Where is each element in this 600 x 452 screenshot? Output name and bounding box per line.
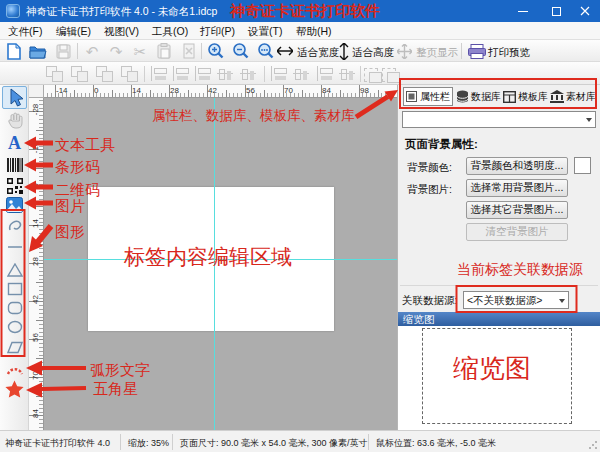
menu-help[interactable]: 帮助(H) (296, 25, 332, 39)
curve-tool[interactable] (3, 216, 26, 236)
menu-tools[interactable]: 工具(O) (152, 25, 188, 39)
zoom-in-icon (207, 42, 225, 60)
annotation-canvas-area: 标签内容编辑区域 (124, 243, 292, 271)
horizontal-ruler: -14 0 14 28 42 56 70 84 98 (44, 85, 397, 98)
status-page-size: 页面尺寸: 90.0 毫米 x 54.0 毫米, 300 像素/英寸 (180, 437, 368, 450)
fit-width-button[interactable]: 适合宽度 (297, 46, 339, 60)
vertical-ruler: -28 -14 0 14 28 42 56 70 84 (29, 98, 44, 430)
menu-print[interactable]: 打印(P) (200, 25, 235, 39)
menu-view[interactable]: 视图(V) (104, 25, 139, 39)
triangle-tool[interactable] (3, 260, 26, 280)
undo-button[interactable]: ↶ (81, 41, 103, 61)
full-page-button[interactable]: 整页显示 (416, 46, 458, 60)
text-tool[interactable]: A (3, 133, 26, 153)
bring-front-icon[interactable] (96, 66, 114, 82)
save-button[interactable] (52, 41, 74, 61)
zoom-custom-button[interactable] (255, 41, 277, 61)
pan-tool[interactable] (3, 110, 26, 130)
resize-grip[interactable] (588, 440, 598, 450)
object-selector-combo[interactable] (402, 111, 596, 128)
new-button[interactable] (3, 41, 25, 61)
maximize-button[interactable] (541, 0, 571, 22)
print-preview-icon[interactable] (466, 41, 488, 61)
ellipse-tool[interactable] (3, 317, 26, 337)
star-tool[interactable] (3, 379, 26, 399)
bg-other-image-button[interactable]: 选择其它背景图片... (466, 201, 568, 219)
paste-button[interactable] (153, 41, 175, 61)
distribute-v-icon[interactable] (316, 66, 334, 82)
full-page-icon[interactable] (396, 41, 412, 61)
tab-templates[interactable]: 模板库 (503, 87, 548, 106)
text-tool-icon: A (8, 133, 21, 154)
print-preview-button[interactable]: 打印预览 (488, 46, 530, 60)
open-button[interactable] (27, 41, 49, 61)
bg-color-swatch[interactable] (574, 157, 591, 174)
bg-common-image-button[interactable]: 选择常用背景图片... (466, 179, 568, 197)
group-icon[interactable] (46, 66, 64, 82)
align-top-icon[interactable] (217, 66, 235, 82)
cut-button[interactable]: ✂ (129, 41, 151, 61)
parallelogram-icon (7, 341, 23, 354)
thumbnail-header: 缩览图 (398, 312, 600, 326)
tab-properties[interactable]: 属性栏 (403, 87, 453, 106)
close-button[interactable] (570, 0, 600, 22)
align-center-icon[interactable] (172, 66, 190, 82)
h-ruler-label: 84 (322, 86, 331, 95)
same-height-icon[interactable] (382, 66, 400, 82)
parallelogram-tool[interactable] (3, 337, 26, 357)
zoom-out-button[interactable] (230, 41, 252, 61)
ellipse-icon (7, 320, 23, 334)
status-app-name: 神奇证卡证书打印软件 4.0 (5, 437, 110, 450)
menu-edit[interactable]: 编辑(E) (56, 25, 91, 39)
tab-materials[interactable]: 素材库 (550, 87, 596, 106)
bg-image-label: 背景图片: (407, 183, 452, 197)
align-left-icon[interactable] (150, 66, 168, 82)
bg-color-button[interactable]: 背景颜色和透明度... (466, 157, 568, 175)
image-tool[interactable] (3, 195, 26, 215)
rectangle-icon (7, 282, 23, 296)
fit-width-icon[interactable] (276, 41, 294, 61)
select-tool[interactable] (2, 86, 27, 109)
app-window: 神奇证卡证书打印软件 4.0 - 未命名1.idcp 神奇证卡证书打印软件 文件… (0, 0, 600, 452)
window-title: 神奇证卡证书打印软件 4.0 - 未命名1.idcp (26, 5, 217, 19)
zoom-in-button[interactable] (205, 41, 227, 61)
ungroup-icon[interactable] (71, 66, 89, 82)
fit-height-button[interactable]: 适合高度 (352, 46, 394, 60)
tab-database[interactable]: 数据库 (456, 87, 501, 106)
qrcode-tool[interactable] (3, 176, 26, 196)
menu-settings[interactable]: 设置(T) (248, 25, 282, 39)
qrcode-icon (7, 178, 23, 194)
open-folder-icon (29, 44, 47, 59)
minimize-button[interactable] (508, 0, 538, 22)
menu-file[interactable]: 文件(F) (8, 25, 42, 39)
database-icon (456, 90, 469, 103)
material-library-icon (550, 90, 564, 103)
h-ruler-label: 0 (94, 86, 98, 95)
chevron-down-icon (559, 299, 565, 303)
cursor-icon (6, 88, 23, 107)
fit-height-icon[interactable] (338, 41, 350, 61)
delete-button[interactable] (178, 41, 200, 61)
v-ruler-label: 0 (31, 179, 40, 192)
divider (400, 285, 598, 286)
same-width-icon[interactable] (339, 66, 357, 82)
star-icon (5, 380, 24, 398)
align-right-icon[interactable] (194, 66, 212, 82)
rectangle-tool[interactable] (3, 279, 26, 299)
status-zoom: 缩放: 35% (128, 437, 169, 450)
align-middle-icon[interactable] (240, 66, 258, 82)
menu-bar: 文件(F) 编辑(E) 视图(V) 工具(O) 打印(P) 设置(T) 帮助(H… (0, 22, 600, 40)
line-tool[interactable] (3, 237, 26, 257)
chevron-down-icon (586, 118, 592, 122)
bg-clear-button[interactable]: 清空背景图片 (466, 223, 568, 241)
send-back-icon[interactable] (121, 66, 139, 82)
align-bottom-icon[interactable] (270, 66, 288, 82)
redo-button[interactable]: ↷ (105, 41, 127, 61)
arc-text-tool[interactable] (3, 359, 26, 379)
datasource-combo[interactable]: <不关联数据源> (463, 291, 569, 309)
h-ruler-label: 14 (132, 86, 141, 95)
barcode-tool[interactable] (3, 155, 26, 175)
same-size-icon[interactable] (364, 66, 382, 82)
distribute-h-icon[interactable] (293, 66, 311, 82)
rounded-rect-tool[interactable] (3, 298, 26, 318)
